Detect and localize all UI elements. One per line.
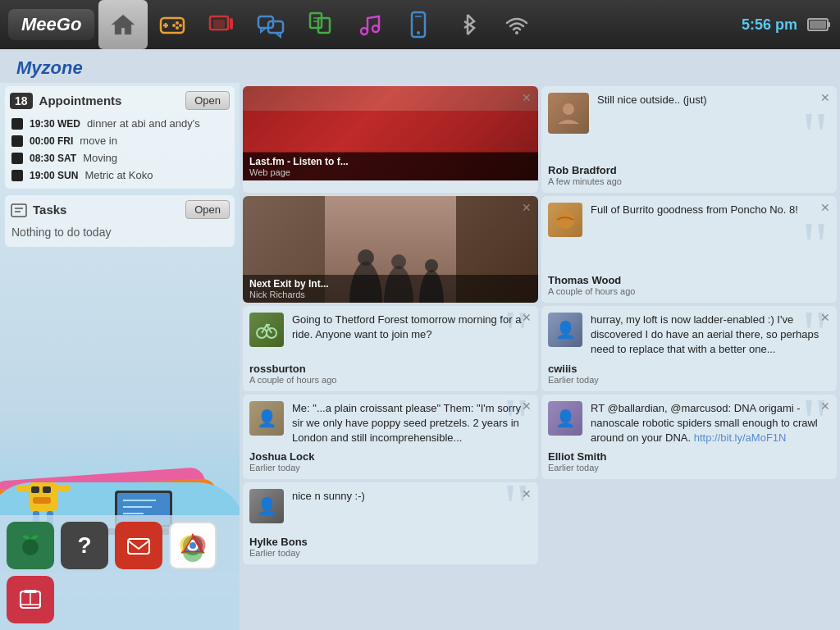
svg-point-58 [391, 254, 406, 269]
thomas-close[interactable]: ✕ [820, 201, 830, 214]
rob-bradford-card: ✕ Still nice outside.. (just) " R [541, 86, 837, 193]
taskbar-media[interactable] [197, 0, 246, 49]
appointments-section: 18 Appointments Open 19:30 WED dinner at… [5, 86, 235, 189]
cwiiis-card-top: 👤 hurray, my loft is now ladder-enabled … [548, 313, 830, 358]
hylke-author: Hylke Bons [249, 536, 532, 548]
thomas-footer: Thomas Wood A couple of hours ago [548, 274, 830, 296]
next-exit-subtitle: Nick Richards [249, 290, 532, 299]
next-exit-close[interactable]: ✕ [522, 201, 532, 214]
lastfm-card: Last.fm - Listen to f... Web page ✕ [243, 86, 538, 193]
appt-label: dinner at abi and andy's [87, 117, 200, 130]
date-badge: 18 [10, 93, 33, 109]
help-icon: ? [77, 532, 91, 559]
rob-time: A few minutes ago [548, 176, 830, 186]
elliot-footer: Elliot Smith Earlier today [548, 450, 830, 472]
tasks-header: Tasks Open [10, 200, 230, 219]
hylke-close[interactable]: ✕ [522, 487, 532, 500]
thomas-text: Full of Burrito goodness from Poncho No.… [591, 203, 830, 217]
svg-point-1 [176, 21, 179, 25]
hylke-bons-card: ✕ 👤 nice n sunny :-) " Hylke Bons Earlie… [243, 482, 538, 564]
cwiiis-close[interactable]: ✕ [820, 311, 830, 324]
content: 18 Appointments Open 19:30 WED dinner at… [0, 83, 840, 630]
elliot-close[interactable]: ✕ [820, 399, 830, 413]
svg-point-51 [563, 103, 574, 115]
elliot-time: Earlier today [548, 463, 830, 472]
svg-point-57 [358, 249, 374, 266]
appt-dot [11, 153, 23, 164]
thomas-time: A couple of hours ago [548, 286, 830, 296]
joshua-lock-card: ✕ 👤 Me: "...a plain croissant please" Th… [243, 395, 538, 480]
meego-logo[interactable]: MeeGo [8, 9, 94, 40]
appt-label: move in [80, 135, 117, 147]
lastfm-subtitle: Web page [249, 167, 532, 177]
app-photos[interactable] [7, 576, 54, 623]
rossburton-card: ✕ Going to Thetford Forest tomorrow morn… [243, 306, 538, 391]
joshua-author: Joshua Lock [249, 450, 532, 463]
tasks-section: Tasks Open Nothing to do today [5, 195, 235, 247]
app-help[interactable]: ? [61, 522, 108, 569]
ross-close[interactable]: ✕ [522, 311, 532, 324]
appt-time: 19:00 SUN [30, 170, 78, 181]
taskbar-office[interactable] [295, 0, 345, 49]
thomas-avatar [548, 203, 582, 237]
svg-rect-8 [213, 20, 225, 28]
taskbar-games[interactable] [148, 0, 197, 49]
appt-dot [11, 135, 23, 147]
taskbar-music[interactable] [345, 0, 394, 49]
elliot-text: RT @ballardian, @marcusod: DNA origami -… [591, 401, 830, 446]
svg-point-60 [556, 211, 574, 229]
hylke-time: Earlier today [249, 548, 532, 558]
svg-rect-9 [230, 18, 233, 30]
sidebar: 18 Appointments Open 19:30 WED dinner at… [0, 83, 240, 630]
taskbar-bluetooth[interactable] [443, 0, 492, 49]
svg-rect-34 [16, 485, 30, 491]
ross-footer: rossburton A couple of hours ago [249, 363, 532, 385]
taskbar-home[interactable] [98, 0, 148, 49]
appt-time: 08:30 SAT [30, 153, 76, 164]
svg-rect-25 [11, 204, 26, 217]
tasks-title: Tasks [10, 201, 66, 219]
ross-author: rossburton [249, 363, 532, 375]
sidebar-apps: ? [0, 515, 240, 630]
appointments-open-button[interactable]: Open [185, 91, 230, 110]
main: Myzone 18 Appointments Open 19:30 WED di… [0, 49, 840, 630]
app-mail[interactable] [115, 522, 162, 569]
taskbar-social[interactable] [246, 0, 295, 49]
taskbar-phone[interactable] [394, 0, 443, 49]
svg-point-19 [417, 31, 420, 34]
elliot-link[interactable]: http://bit.ly/aMoF1N [694, 431, 787, 444]
ross-card-top: Going to Thetford Forest tomorrow mornin… [249, 313, 532, 358]
appt-label: Metric at Koko [84, 169, 153, 181]
thomas-wood-card: ✕ Full of Burrito goodness from Poncho N… [541, 196, 837, 303]
tasks-open-button[interactable]: Open [185, 200, 230, 219]
appt-time: 00:00 FRI [30, 135, 73, 147]
joshua-close[interactable]: ✕ [522, 399, 532, 413]
cwiiis-text: hurray, my loft is now ladder-enabled :)… [591, 313, 830, 358]
cwiiis-avatar: 👤 [548, 313, 582, 347]
appt-label: Moving [83, 152, 117, 164]
lastfm-close[interactable]: ✕ [522, 91, 532, 104]
appointments-label: Appointments [39, 94, 122, 107]
taskbar-wifi[interactable] [492, 0, 541, 49]
hylke-footer: Hylke Bons Earlier today [249, 536, 532, 558]
app-beets[interactable] [7, 522, 54, 569]
svg-point-46 [189, 542, 196, 549]
rob-footer: Rob Bradford A few minutes ago [548, 164, 830, 186]
next-exit-title: Next Exit by Int... [249, 278, 532, 290]
chrome-icon [176, 529, 209, 562]
rob-close[interactable]: ✕ [820, 91, 830, 104]
photos-icon [17, 587, 43, 613]
lastfm-image: Last.fm - Listen to f... Web page [243, 86, 538, 180]
joshua-avatar: 👤 [249, 401, 284, 436]
app-chrome[interactable] [169, 522, 217, 569]
bike-icon [255, 318, 278, 341]
joshua-time: Earlier today [249, 463, 532, 472]
elliot-avatar: 👤 [548, 401, 582, 436]
svg-point-59 [425, 259, 438, 272]
svg-rect-12 [310, 13, 322, 28]
tasks-label: Tasks [33, 203, 66, 217]
tasks-icon [10, 201, 28, 219]
appointment-item: 08:30 SAT Moving [10, 149, 230, 167]
appointment-item: 19:30 WED dinner at abi and andy's [10, 115, 230, 132]
cwiiis-card: ✕ 👤 hurray, my loft is now ladder-enable… [541, 306, 837, 391]
